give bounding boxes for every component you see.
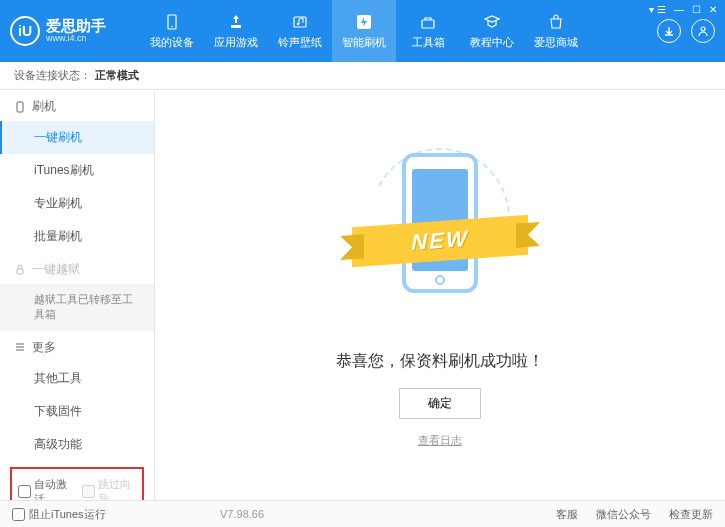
device-icon: [163, 13, 181, 31]
maximize-icon[interactable]: ☐: [692, 4, 701, 15]
sidebar-group-label: 一键越狱: [32, 261, 80, 278]
svg-rect-8: [17, 269, 23, 274]
apps-icon: [227, 13, 245, 31]
nav-label: 教程中心: [470, 35, 514, 50]
nav-label: 应用游戏: [214, 35, 258, 50]
download-button[interactable]: [657, 19, 681, 43]
checkbox-auto-activate-input[interactable]: [18, 485, 31, 498]
sidebar-item-itunes-flash[interactable]: iTunes刷机: [0, 154, 154, 187]
more-icon: [14, 341, 26, 353]
nav-tutorial[interactable]: 教程中心: [460, 0, 524, 62]
version-label: V7.98.66: [220, 508, 264, 520]
svg-point-1: [171, 25, 173, 27]
nav-label: 我的设备: [150, 35, 194, 50]
sidebar-group-flash[interactable]: 刷机: [0, 90, 154, 121]
checkbox-label: 阻止iTunes运行: [29, 507, 106, 522]
footer-link-wechat[interactable]: 微信公众号: [596, 507, 651, 522]
status-bar: 设备连接状态： 正常模式: [0, 62, 725, 90]
main-content: NEW 恭喜您，保资料刷机成功啦！ 确定 查看日志: [155, 90, 725, 500]
minimize-icon[interactable]: —: [674, 4, 684, 15]
footer-link-update[interactable]: 检查更新: [669, 507, 713, 522]
footer-link-support[interactable]: 客服: [556, 507, 578, 522]
status-prefix: 设备连接状态：: [14, 68, 91, 83]
close-icon[interactable]: ✕: [709, 4, 717, 15]
toolbox-icon: [419, 13, 437, 31]
status-mode: 正常模式: [95, 68, 139, 83]
nav-my-device[interactable]: 我的设备: [140, 0, 204, 62]
nav-ringtone[interactable]: 铃声壁纸: [268, 0, 332, 62]
svg-rect-5: [422, 20, 434, 28]
header: iU 爱思助手 www.i4.cn 我的设备 应用游戏 铃声壁纸 智能刷机 工具…: [0, 0, 725, 62]
nav-apps[interactable]: 应用游戏: [204, 0, 268, 62]
sidebar-group-jailbreak: 一键越狱: [0, 253, 154, 284]
sidebar-item-batch-flash[interactable]: 批量刷机: [0, 220, 154, 253]
sidebar-group-label: 刷机: [32, 98, 56, 115]
success-message: 恭喜您，保资料刷机成功啦！: [336, 351, 544, 372]
app-url: www.i4.cn: [46, 34, 106, 44]
footer: 阻止iTunes运行 V7.98.66 客服 微信公众号 检查更新: [0, 500, 725, 527]
sidebar-item-oneclick-flash[interactable]: 一键刷机: [0, 121, 154, 154]
sidebar-jailbreak-note: 越狱工具已转移至工具箱: [0, 284, 154, 331]
block-itunes-input[interactable]: [12, 508, 25, 521]
nav-toolbox[interactable]: 工具箱: [396, 0, 460, 62]
nav-label: 爱思商城: [534, 35, 578, 50]
nav-label: 铃声壁纸: [278, 35, 322, 50]
nav-label: 工具箱: [412, 35, 445, 50]
nav-label: 智能刷机: [342, 35, 386, 50]
logo: iU 爱思助手 www.i4.cn: [10, 16, 140, 46]
user-button[interactable]: [691, 19, 715, 43]
view-log-link[interactable]: 查看日志: [418, 433, 462, 448]
store-icon: [547, 13, 565, 31]
block-itunes-checkbox[interactable]: 阻止iTunes运行: [12, 507, 106, 522]
nav-store[interactable]: 爱思商城: [524, 0, 588, 62]
lock-icon: [14, 264, 26, 276]
tutorial-icon: [483, 13, 501, 31]
flash-icon: [355, 13, 373, 31]
svg-point-6: [701, 27, 705, 31]
sidebar-item-pro-flash[interactable]: 专业刷机: [0, 187, 154, 220]
gift-icon[interactable]: ▾ ☰: [649, 4, 666, 15]
ribbon-text: NEW: [411, 225, 468, 255]
confirm-button[interactable]: 确定: [399, 388, 481, 419]
sidebar-group-label: 更多: [32, 339, 56, 356]
nav-flash[interactable]: 智能刷机: [332, 0, 396, 62]
app-title: 爱思助手: [46, 18, 106, 35]
checkbox-skip-guide-input[interactable]: [82, 485, 95, 498]
flash-group-icon: [14, 101, 26, 113]
ringtone-icon: [291, 13, 309, 31]
logo-icon: iU: [10, 16, 40, 46]
sidebar-item-advanced[interactable]: 高级功能: [0, 428, 154, 461]
sidebar: 刷机 一键刷机 iTunes刷机 专业刷机 批量刷机 一键越狱 越狱工具已转移至…: [0, 90, 155, 500]
sidebar-item-other-tools[interactable]: 其他工具: [0, 362, 154, 395]
svg-rect-7: [17, 102, 23, 112]
sidebar-group-more[interactable]: 更多: [0, 331, 154, 362]
top-nav: 我的设备 应用游戏 铃声壁纸 智能刷机 工具箱 教程中心 爱思商城: [140, 0, 657, 62]
sidebar-item-download-firmware[interactable]: 下载固件: [0, 395, 154, 428]
success-illustration: NEW: [340, 143, 540, 333]
